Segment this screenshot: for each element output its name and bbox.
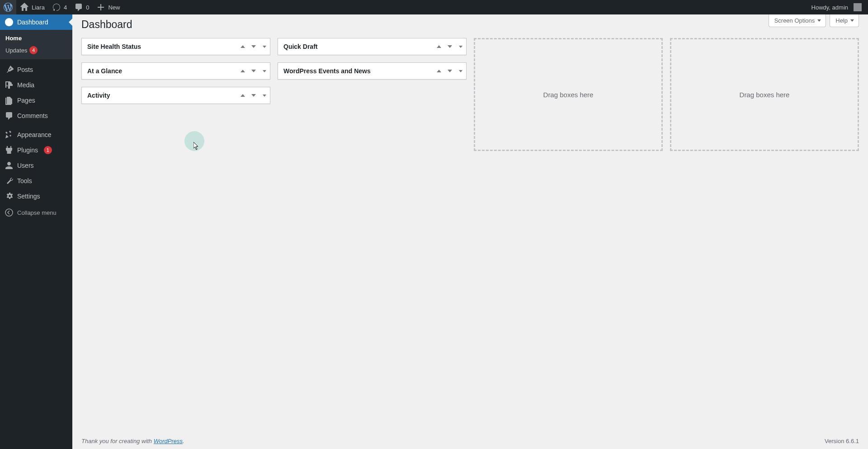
toggle-button[interactable] [259,38,270,55]
site-name-link[interactable]: Liara [16,0,48,14]
sidebar-item-label: Media [17,81,34,89]
move-down-button[interactable] [444,63,455,79]
chevron-down-icon [448,45,452,48]
toggle-button[interactable] [259,63,270,79]
comments-link[interactable]: 0 [71,0,93,14]
empty-drop-zone[interactable]: Drag boxes here [474,38,663,151]
users-icon [5,161,14,170]
move-down-button[interactable] [248,87,259,104]
chevron-up-icon [241,94,245,97]
wordpress-link[interactable]: WordPress [154,438,183,444]
postbox-title: Activity [82,92,116,99]
chevron-up-icon [241,70,245,72]
sidebar-item-appearance[interactable]: Appearance [0,127,72,142]
sidebar-item-settings[interactable]: Settings [0,189,72,204]
submenu-item-updates[interactable]: Updates 4 [0,44,72,57]
version-label: Version 6.6.1 [825,438,859,444]
collapse-label: Collapse menu [17,209,57,216]
move-up-button[interactable] [237,63,248,79]
new-content-link[interactable]: New [93,0,123,14]
sidebar-item-comments[interactable]: Comments [0,108,72,123]
triangle-down-icon [263,70,266,72]
handle-actions [434,38,466,55]
sidebar-item-label: Plugins [17,147,38,154]
empty-drop-zone[interactable]: Drag boxes here [670,38,859,151]
sidebar-item-pages[interactable]: Pages [0,93,72,108]
sidebar-item-label: Tools [17,177,32,184]
postbox-site-health[interactable]: Site Health Status [81,38,270,55]
postbox-header: WordPress Events and News [278,63,466,79]
chevron-down-icon [448,70,452,72]
triangle-down-icon [459,70,462,72]
move-up-button[interactable] [434,63,444,79]
postbox-at-a-glance[interactable]: At a Glance [81,62,270,80]
sidebar-item-label: Users [17,162,34,169]
triangle-down-icon [263,46,266,48]
sidebar-item-posts[interactable]: Posts [0,62,72,77]
move-down-button[interactable] [444,38,455,55]
chevron-up-icon [241,45,245,48]
sidebar-item-media[interactable]: Media [0,77,72,93]
plus-icon [96,3,105,12]
admin-bar-left: Liara 4 0 New [0,0,123,14]
chevron-up-icon [437,70,441,72]
postbox-quick-draft[interactable]: Quick Draft [278,38,467,55]
my-account-link[interactable]: Howdy, admin [808,0,865,14]
postbox-header: At a Glance [82,63,270,79]
postbox-title: Site Health Status [82,43,146,50]
caret-down-icon [850,19,854,22]
move-up-button[interactable] [434,38,444,55]
postbox-activity[interactable]: Activity [81,87,270,104]
collapse-icon [5,208,14,217]
sidebar-item-label: Settings [17,193,40,200]
updates-link[interactable]: 4 [48,0,71,14]
sidebar-item-users[interactable]: Users [0,158,72,173]
footer-thankyou: Thank you for creating with WordPress. [81,438,184,444]
postbox-title: WordPress Events and News [278,67,376,75]
comments-count: 0 [86,4,89,11]
caret-down-icon [817,19,821,22]
updates-icon [52,3,61,12]
toggle-button[interactable] [259,87,270,104]
postbox-header: Quick Draft [278,38,466,55]
help-toggle[interactable]: Help [830,14,859,27]
updates-badge: 4 [29,46,38,54]
move-up-button[interactable] [237,87,248,104]
sidebar-item-tools[interactable]: Tools [0,173,72,189]
avatar [854,3,862,11]
move-down-button[interactable] [248,38,259,55]
handle-actions [237,38,270,55]
move-down-button[interactable] [248,63,259,79]
svg-point-0 [5,209,13,216]
sidebar-item-label: Dashboard [17,19,48,26]
postbox-column-1: Site Health Status At a Glance [81,38,270,151]
toggle-button[interactable] [455,63,466,79]
screen-options-toggle[interactable]: Screen Options [769,14,826,27]
handle-actions [434,63,466,79]
wp-logo-menu[interactable] [0,0,16,14]
triangle-down-icon [263,95,266,97]
move-up-button[interactable] [237,38,248,55]
page-title: Dashboard [81,14,859,33]
appearance-icon [5,130,14,139]
settings-icon [5,192,14,201]
plugins-icon [5,146,14,155]
chevron-down-icon [251,45,256,48]
dashboard-icon [5,18,14,27]
site-name-label: Liara [32,4,45,11]
sidebar-item-plugins[interactable]: Plugins 1 [0,142,72,158]
tools-icon [5,176,14,185]
postbox-wp-events-news[interactable]: WordPress Events and News [278,62,467,80]
comments-icon [74,3,83,12]
sidebar-item-label: Posts [17,66,33,73]
postbox-title: At a Glance [82,67,127,75]
postbox-column-2: Quick Draft WordPress Events and News [278,38,467,151]
wordpress-logo-icon [4,3,13,12]
sidebar-item-dashboard[interactable]: Dashboard [0,14,72,30]
dashboard-widgets: Site Health Status At a Glance [81,38,859,151]
new-label: New [108,4,120,11]
toggle-button[interactable] [455,38,466,55]
submenu-item-home[interactable]: Home [0,33,72,44]
handle-actions [237,87,270,104]
collapse-menu-button[interactable]: Collapse menu [0,205,72,220]
